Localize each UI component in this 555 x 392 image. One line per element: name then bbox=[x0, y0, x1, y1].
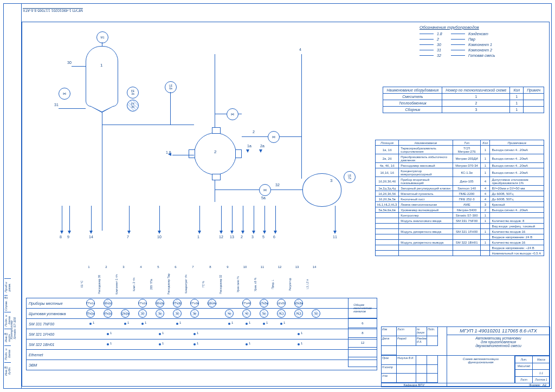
table-row: Номинальный ток выхода:–0,5 А bbox=[376, 251, 544, 256]
channel-column: 8ГС % bbox=[202, 265, 219, 297]
channel-row: ЭВМ bbox=[27, 360, 377, 370]
pipe-legend-row: 32Готовая смесь bbox=[420, 54, 544, 57]
channel-column: 6Расходомер Пар bbox=[167, 265, 184, 297]
channel-column: 5205 °/Па bbox=[150, 265, 167, 297]
table-row: 5а,5в,6а,6вУровнемер волноводныйМетран-5… bbox=[376, 207, 544, 213]
channel-column: 2Расходомер 30 bbox=[98, 265, 115, 297]
channel-column: 14L1, L2 л bbox=[306, 265, 323, 297]
pipe-legend: Обозначения трубопроводов 1.8Конденсат2П… bbox=[420, 25, 544, 59]
pid-diagram: 1 M1 30 31 ⋈ FE3a FT3б LE6a ⋈ 2 ⋈ 4 1a 2… bbox=[26, 27, 351, 244]
pipe-legend-title: Обозначения трубопроводов bbox=[420, 25, 544, 30]
channel-column: 7Концентрат т/ч bbox=[184, 265, 202, 297]
doc-title: Автоматизац установки для приготовления … bbox=[447, 335, 550, 355]
valve-icon: ⋈ bbox=[259, 184, 271, 196]
table-row: 1б,2б,3б,5бМагнитный пускательПМЕ-22004Д… bbox=[376, 191, 544, 197]
table-row: Модуль аналогового вводаSM 331 7NF001Кол… bbox=[376, 218, 544, 224]
instrument-bubble: FT3б bbox=[127, 100, 139, 112]
instrument-bubble: LE7a bbox=[344, 171, 356, 183]
channel-column: 10Уров смес % bbox=[236, 265, 254, 297]
table-row: Теплообменник21 bbox=[383, 100, 544, 107]
doc-number: МГУП 1-49010201 117065 8.6-АТХ bbox=[447, 327, 550, 335]
table-row: Сборник31 bbox=[383, 107, 544, 113]
channel-column: 11Уров. сб % bbox=[254, 265, 271, 297]
channel-column: 101 °C bbox=[80, 265, 98, 297]
instrument-bubble: LE6a bbox=[165, 81, 177, 93]
channel-row: SM 331 7NF0011111111 bbox=[27, 318, 377, 329]
pipe-legend-row: 30Компонент 1 bbox=[420, 43, 544, 47]
table-row: КонтроллерSimatic S7-3001 bbox=[376, 213, 544, 218]
doc-number-rotated: МГУП 1-49010201 117065 8.6-АТХ bbox=[23, 9, 83, 12]
valve-icon: ⋈ bbox=[268, 131, 280, 143]
table-row: HL1,HL2,HL3Лампа светосигнальнаяАМЕ3Крас… bbox=[376, 202, 544, 207]
instrument-table: ПозицияНаименованиеТипКолПримечание 1а, … bbox=[375, 140, 544, 256]
table-row: Модуль дискретного выводаSM 322 1BH011Ко… bbox=[376, 240, 544, 245]
pipe-legend-row: 31Компонент 2 bbox=[420, 48, 544, 52]
doc-subtitle: Схема автоматизации функциональная bbox=[447, 356, 515, 383]
table-row: Входное напряжение: ~24 В bbox=[376, 245, 544, 251]
table-row: 1в,2д,3д,4дЗапорный регулирующий клапанS… bbox=[376, 186, 544, 191]
vessel-2-heat-exchanger: 2 bbox=[194, 133, 236, 175]
table-row: Модуль дискретного вводаSM 321 1FH001Кол… bbox=[376, 229, 544, 234]
valve-icon: ⋈ bbox=[59, 88, 70, 100]
table-row: 2а, 2бПреобразователь избыточного давлен… bbox=[376, 154, 544, 163]
table-row: 1б,2б,3в,5вКнопочный постПКЕ 252-34До 60… bbox=[376, 197, 544, 202]
table-row: Смеситель11 bbox=[383, 94, 544, 100]
table-row: 1а, 1бТермопреобразователь сопротивления… bbox=[376, 146, 544, 154]
table-row: Входное напряжение: 24 В bbox=[376, 234, 544, 240]
channel-column: 3Компонент 1 т/ч bbox=[115, 265, 132, 297]
channel-column: 12Пред. L bbox=[271, 265, 288, 297]
vessel-1-mixer: 1 bbox=[86, 46, 118, 107]
table-row: 1б,1б, 1бКонцентратор микропроцессорныйК… bbox=[376, 168, 544, 177]
motor-m1-icon: M1 bbox=[96, 31, 108, 43]
channel-row: Ethernet bbox=[27, 349, 377, 360]
channel-row: Приборы местныеTT\n1аFE\n1бFT\n2аFE\n3аP… bbox=[27, 298, 377, 308]
pipe-legend-row: 2Пар bbox=[420, 37, 544, 41]
channel-row: SM 321 1FH001111 bbox=[27, 329, 377, 339]
channel-row: Щитовая установкаTI\n1аFI\n1бQI\n2а2б3а3… bbox=[27, 308, 377, 318]
channel-column: 13Регулятор bbox=[288, 265, 306, 297]
channel-column: 4Комп. 2 т/ч bbox=[132, 265, 150, 297]
table-row: 4а, 4б, 1бРасходомер массовыйМетран-370-… bbox=[376, 163, 544, 168]
vessel-3-collector: 3 bbox=[302, 173, 341, 207]
table-row: Вид входа: унифиц. токовый bbox=[376, 224, 544, 229]
valve-icon: ⋈ bbox=[227, 108, 238, 120]
table-row: 1б,2б,3б,4бПрибор вторичный показывающий… bbox=[376, 177, 544, 186]
title-block: ИзмЛист№ докумПодп.ДатаРазрабРаждев И.А.… bbox=[381, 326, 550, 387]
pipe-legend-row: 1.8Конденсат bbox=[420, 32, 544, 36]
controller-label: Контроллер Simatic S7-300 bbox=[10, 317, 16, 339]
instrument-bubble: FE3a bbox=[127, 87, 139, 99]
equipment-table: Наименование оборудованияНомер по технол… bbox=[383, 87, 544, 113]
channel-column: 9Расходомер 32 bbox=[219, 265, 236, 297]
channel-row: SM 322 1BH0111111 bbox=[27, 339, 377, 349]
channel-totals: Общее количество каналов 6 8 12 bbox=[348, 298, 377, 367]
